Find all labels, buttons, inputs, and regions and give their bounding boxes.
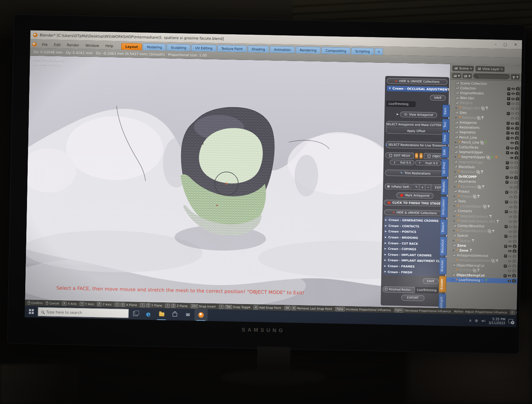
start-button[interactable] xyxy=(25,306,38,318)
outliner-search-input[interactable] xyxy=(477,75,500,78)
eye-visibility-icon[interactable] xyxy=(511,108,514,110)
tab-rendering[interactable]: Rendering xyxy=(295,46,321,54)
tab-modeling[interactable]: Modeling xyxy=(143,43,166,51)
camera-render-icon[interactable] xyxy=(514,196,517,199)
checkbox-icon[interactable] xyxy=(505,176,508,179)
hide-unhide-collections-button-top[interactable]: ✖ HIDE & UNHIDE Collections xyxy=(387,78,447,85)
eye-visibility-icon[interactable] xyxy=(508,240,512,242)
checkbox-icon[interactable] xyxy=(505,200,508,204)
checkbox-icon[interactable] xyxy=(504,264,507,267)
checkbox-icon[interactable] xyxy=(506,151,509,154)
checkbox-icon[interactable] xyxy=(506,161,509,164)
close-button[interactable]: ✕ xyxy=(514,42,517,47)
export-button[interactable]: EXPORT xyxy=(401,295,425,301)
export-name-field[interactable]: LiveTrimming xyxy=(415,287,438,293)
checkbox-icon[interactable] xyxy=(505,191,508,194)
camera-render-icon[interactable] xyxy=(513,215,517,218)
taskbar-search[interactable] xyxy=(38,307,128,318)
checkbox-icon[interactable] xyxy=(507,122,510,125)
eye-visibility-icon[interactable] xyxy=(511,103,515,105)
blender-menu-icon[interactable] xyxy=(32,42,37,46)
eye-visibility-icon[interactable] xyxy=(510,142,514,144)
menu-help[interactable]: Help xyxy=(102,42,116,50)
hide-unhide-collections-button-bottom[interactable]: ✖ HIDE & UNHIDE Collections xyxy=(384,209,445,216)
checkbox-icon[interactable] xyxy=(505,225,508,228)
camera-render-icon[interactable] xyxy=(513,210,517,213)
sidebar-tab-item[interactable]: Item xyxy=(442,105,450,117)
save-button[interactable]: SAVE xyxy=(430,95,446,101)
camera-render-icon[interactable] xyxy=(513,230,517,233)
eye-visibility-icon[interactable] xyxy=(509,177,513,179)
checkbox-icon[interactable] xyxy=(506,127,509,130)
finished-restorations-dropdown[interactable]: Finished Restor... xyxy=(383,286,415,293)
tab-scripting[interactable]: Scripting xyxy=(351,48,374,55)
trim-restorations-button[interactable]: ✎ Trim Restorations xyxy=(385,170,446,177)
checkbox-icon[interactable] xyxy=(507,92,510,95)
camera-render-icon[interactable] xyxy=(512,270,516,273)
scene-selector[interactable]: Scene▼ xyxy=(452,65,474,71)
viewport-3d[interactable]: User Orthographic (0) LiveTrimming Selec… xyxy=(25,55,522,309)
eye-visibility-icon[interactable] xyxy=(511,118,514,120)
camera-render-icon[interactable] xyxy=(513,235,517,238)
sidebar-tab-vetxsplit[interactable]: VetXsplit xyxy=(438,294,446,310)
eye-visibility-icon[interactable] xyxy=(509,181,513,183)
select-antagonist-button[interactable]: SELECT Antagonist and Make CUTTER xyxy=(386,122,441,127)
proportional-edit-toggle[interactable]: ◎ xyxy=(419,153,423,159)
eye-visibility-icon[interactable] xyxy=(511,98,515,100)
sidebar-tab-bleach[interactable]: Bleach xyxy=(440,219,447,235)
eye-visibility-icon[interactable] xyxy=(508,275,511,277)
blender-taskbar-button[interactable] xyxy=(194,309,208,321)
camera-render-icon[interactable] xyxy=(512,280,516,282)
eye-visibility-icon[interactable] xyxy=(508,245,512,247)
sidebar-tab-tool[interactable]: Tool xyxy=(442,119,450,130)
eye-visibility-icon[interactable] xyxy=(508,235,512,238)
eye-visibility-icon[interactable] xyxy=(510,147,514,149)
sidebar-tab-3d-print[interactable]: 3D Print xyxy=(441,159,449,177)
checkbox-icon[interactable] xyxy=(507,112,510,115)
eye-visibility-icon[interactable] xyxy=(510,172,513,174)
maximize-button[interactable]: □ xyxy=(503,42,507,46)
eye-visibility-icon[interactable] xyxy=(509,201,513,203)
section-crown-finish[interactable]: ▼Crown - FINISH∷ xyxy=(384,269,443,276)
pull-button[interactable]: ↓ Pull 0.5 xyxy=(390,160,415,165)
tab-shading[interactable]: Shading xyxy=(247,45,269,53)
sidebar-tab-models[interactable]: Models xyxy=(441,179,448,195)
display-mode-dropdown[interactable]: ▼ xyxy=(463,73,472,79)
checkbox-icon[interactable] xyxy=(505,181,508,184)
camera-render-icon[interactable] xyxy=(513,221,517,223)
eye-visibility-icon[interactable] xyxy=(512,88,515,90)
menu-render[interactable]: Render xyxy=(64,42,82,49)
sidebar-tab-crown[interactable]: Crown xyxy=(439,276,446,292)
edit-mesh-button[interactable]: EDIT MESH xyxy=(385,152,414,159)
proportional-falloff-toggle[interactable]: ↻ xyxy=(415,153,418,159)
clock[interactable]: 5:35 PM 3/11/2022 xyxy=(488,317,505,325)
tab-compositing[interactable]: Compositing xyxy=(321,47,351,54)
sidebar-tab-view[interactable]: View xyxy=(442,132,449,145)
minimize-button[interactable]: – xyxy=(495,42,497,46)
editor-type-dropdown[interactable]: ▼ xyxy=(452,73,461,79)
camera-render-icon[interactable] xyxy=(514,206,517,208)
tab-animation[interactable]: Animation xyxy=(270,46,295,53)
eye-visibility-icon[interactable] xyxy=(508,265,511,267)
checkbox-icon[interactable] xyxy=(506,166,509,169)
eye-visibility-icon[interactable] xyxy=(510,166,513,169)
action-center-button[interactable]: 2 xyxy=(508,319,513,323)
increase-button[interactable]: + xyxy=(419,184,425,190)
eye-visibility-icon[interactable] xyxy=(511,122,514,124)
eye-visibility-icon[interactable] xyxy=(509,196,513,198)
eye-visibility-icon[interactable] xyxy=(510,162,513,164)
eye-visibility-icon[interactable] xyxy=(508,255,512,257)
camera-render-icon[interactable] xyxy=(512,275,516,277)
mark-antagonist-button[interactable]: Mark Antagonist xyxy=(397,192,434,199)
finish-stage-button[interactable]: CLICK TO FINISH THIS STAGE! xyxy=(384,200,446,207)
checkbox-icon[interactable] xyxy=(506,146,509,149)
tray-expand-caret[interactable]: ∧ xyxy=(469,318,472,323)
sidebar-tab-edit[interactable]: Edit xyxy=(442,146,449,158)
decrease-button[interactable]: − xyxy=(425,184,431,190)
checkbox-icon[interactable] xyxy=(507,97,510,100)
select-restorations-button[interactable]: SELECT Restorations for Live Trimming xyxy=(385,141,446,149)
restoration-name-field[interactable]: LiveTrimming xyxy=(387,101,416,107)
eye-visibility-icon[interactable] xyxy=(511,93,515,95)
eye-visibility-icon[interactable] xyxy=(510,157,514,159)
view-layer-selector[interactable]: View Layer▼ xyxy=(476,66,505,72)
